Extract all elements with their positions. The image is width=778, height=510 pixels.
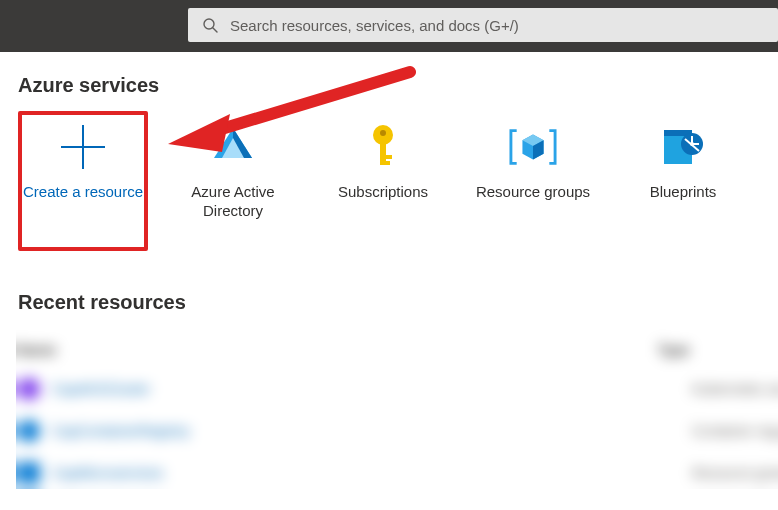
blurred-overlay [16, 329, 778, 489]
recent-resources: Recent resources Name Type CapAKSCluster… [18, 291, 766, 494]
tile-label: Blueprints [650, 183, 717, 202]
tile-create-resource[interactable]: Create a resource [18, 111, 148, 251]
svg-rect-9 [380, 161, 390, 165]
tile-label: Subscriptions [338, 183, 428, 202]
blueprint-icon [659, 123, 707, 171]
tile-label: Resource groups [476, 183, 590, 202]
pyramid-icon [209, 123, 257, 171]
global-search[interactable] [188, 8, 778, 42]
main-content: Azure services Create a resource Azure A… [0, 52, 778, 494]
svg-point-6 [380, 130, 386, 136]
svg-line-1 [213, 28, 217, 32]
svg-point-16 [690, 142, 694, 146]
tile-label: Create a resource [23, 183, 143, 202]
azure-services-tiles: Create a resource Azure Active Directory [18, 111, 766, 255]
azure-services-heading: Azure services [18, 74, 766, 97]
tile-label: Azure Active Directory [168, 183, 298, 221]
plus-icon [59, 123, 107, 171]
svg-point-0 [204, 19, 214, 29]
svg-rect-8 [380, 155, 392, 159]
recent-resources-heading: Recent resources [18, 291, 766, 314]
tile-azure-active-directory[interactable]: Azure Active Directory [168, 111, 298, 255]
tile-resource-groups[interactable]: Resource groups [468, 111, 598, 255]
key-icon [359, 123, 407, 171]
top-bar [0, 0, 778, 52]
tile-subscriptions[interactable]: Subscriptions [318, 111, 448, 255]
search-icon [202, 17, 218, 33]
tile-blueprints[interactable]: Blueprints [618, 111, 748, 255]
search-input[interactable] [228, 16, 764, 35]
cube-brackets-icon [509, 123, 557, 171]
